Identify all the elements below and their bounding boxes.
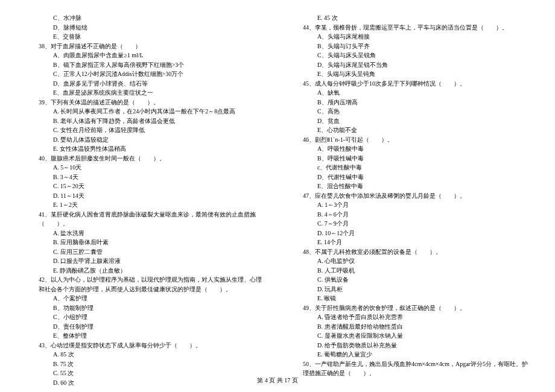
question-48: 48、不属于儿科抢救室必须配置的设备是（ ）。 — [288, 247, 531, 257]
option: D、贫血 — [288, 116, 531, 126]
option: C. 15～20天 — [24, 182, 267, 191]
option: B、颅内压增高 — [288, 98, 531, 107]
option: C、水冲脉 — [24, 13, 267, 23]
option: C. 7～9个月 — [288, 219, 531, 229]
option: D. 11～14天 — [24, 191, 267, 201]
option: D、头端与床尾呈锐不当角 — [288, 60, 531, 70]
option: B、头端与订头平齐 — [288, 42, 531, 51]
option: C. 女性在月经前期，体温轻度降低 — [24, 125, 267, 135]
option: A. 盐水洗胃 — [24, 229, 267, 238]
option: B. 患者清醒后最好给动物性蛋白 — [288, 322, 531, 332]
question-40: 40、腹腺癌术后胆瘘发生时间一般在（ ）。 — [24, 154, 267, 163]
question-47: 47、应在婴儿饮食中添加米汤及稀粥的婴儿月龄是（ ）。 — [288, 191, 531, 201]
option: E. 女性体温较男性体温稍高 — [24, 144, 267, 154]
option: c、代谢性酸中毒 — [288, 163, 531, 172]
option: A. 心电监护仪 — [288, 256, 531, 266]
page-columns: C、水冲脉 D、脉搏短绌 E、交替脉 38、对于血尿描述不正确的是（ ） A、肉… — [24, 13, 531, 387]
option: E、血尿是泌尿系统疾病主要症状之一 — [24, 88, 267, 98]
option: C. 应用三腔二囊管 — [24, 247, 267, 257]
option: E、心功能不全 — [288, 125, 531, 135]
option: C、头端与床头呈锐角 — [288, 51, 531, 60]
option: A、呼吸性酸中毒 — [288, 144, 531, 154]
option: D. 婴幼儿体温较稳定 — [24, 135, 267, 145]
question-41: 41、某肝硬化病人因食道胃底静脉曲张破裂大量呕血来诊，最简便有效的止血措施（ ）… — [24, 210, 267, 229]
option: D. 给予脂肪类物质以补充热量 — [288, 341, 531, 350]
option: D. 玩具柜 — [288, 285, 531, 294]
option: A. 昏迷者给予蛋白质以补充营养 — [288, 312, 531, 322]
option: E. 45 次 — [288, 13, 531, 23]
option: A. 1～3个月 — [288, 200, 531, 210]
option: E. 葡萄糖的入量宜少 — [288, 350, 531, 359]
option: D、代谢性碱中毒 — [288, 172, 531, 182]
question-43: 43、心动过缓是指安静状态下成人脉率每分钟少于（ ）。 — [24, 341, 267, 350]
question-39: 39、下列有关体温的描述正确的是（ ）。 — [24, 98, 267, 107]
option: C、正常人12小时尿沉渣Addis计数红细胞>30万个 — [24, 69, 267, 79]
option: B. 老年人体温有下降趋势，高龄者体温会更低 — [24, 116, 267, 126]
option: E、整体护理 — [24, 331, 267, 341]
option: B. 应用脑垂体后叶素 — [24, 238, 267, 247]
option: B、呼吸性碱中毒 — [288, 154, 531, 163]
option: B. 3～4天 — [24, 172, 267, 182]
option: D. 10～12个月 — [288, 229, 531, 238]
question-44: 44、李某，颈椎骨折，现需搬运至平车上，平车与床的适当位置是（ ）。 — [288, 23, 531, 33]
option: A. 长时间从事夜间工作者，在24小时内其体温一般在下午2～8点最高 — [24, 107, 267, 116]
option: B. 4～6个月 — [288, 210, 531, 220]
option: C、高热 — [288, 107, 531, 116]
option: C、小组护理 — [24, 312, 267, 322]
option: D、脉搏短绌 — [24, 23, 267, 33]
page-footer: 第 4 页 共 17 页 — [0, 376, 555, 385]
option: D. 口服去甲肾上腺素溶液 — [24, 256, 267, 266]
option: C. 供氧设备 — [288, 275, 531, 285]
option: D、血尿多见于肾小球肾炎、结石等 — [24, 79, 267, 89]
option: E. 静滴酚磺乙胺（止血敏） — [24, 266, 267, 276]
option: A、头端与床尾相接 — [288, 32, 531, 42]
right-column: E. 45 次 44、李某，颈椎骨折，现需搬运至平车上，平车与床的适当位置是（ … — [288, 13, 531, 387]
option: B、镜下血尿指正常人尿每高倍视野下红细胞>3个 — [24, 60, 267, 70]
option: E、混合性酸中毒 — [288, 182, 531, 191]
option: E、交替脉 — [24, 32, 267, 42]
option: A、肉眼血尿指尿中含血量≥1 ml/L — [24, 51, 267, 60]
question-38: 38、对于血尿描述不正确的是（ ） — [24, 42, 267, 51]
option: B. 人工呼吸机 — [288, 266, 531, 276]
question-49: 49、关于肝性脑病患者的饮食护理，叙述正确的是（ ）。 — [288, 303, 531, 313]
left-column: C、水冲脉 D、脉搏短绌 E、交替脉 38、对于血尿描述不正确的是（ ） A、肉… — [24, 13, 267, 387]
option: D、责任制护理 — [24, 322, 267, 332]
option: E. 14个月 — [288, 238, 531, 247]
option: C. 显著腹水患者应限制水钠入量 — [288, 331, 531, 341]
option: A、缺氧 — [288, 88, 531, 98]
option: E. 喉镜 — [288, 294, 531, 303]
option: E、头端与床头呈钝角 — [288, 69, 531, 79]
option: E. 1～2天 — [24, 200, 267, 210]
option: A、个案护理 — [24, 294, 267, 303]
question-42: 42、以人为中心，以护理程序为基础，以现代护理观为指南，对人实施从生理、心理和社… — [24, 275, 267, 294]
option: B、功能制护理 — [24, 303, 267, 313]
option: A. 5～10天 — [24, 163, 267, 172]
option: B. 75 次 — [24, 359, 267, 369]
question-46: 46、剧烈Ⅱ1˙n-1-可引起（ ）。 — [288, 135, 531, 145]
question-45: 45、成人每分钟呼吸少于10次多见于下列哪种情况（ ）。 — [288, 79, 531, 89]
option: A. 85 次 — [24, 350, 267, 359]
